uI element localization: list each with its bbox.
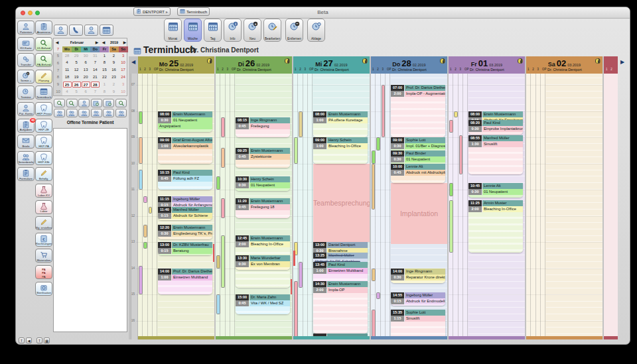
appointment[interactable]: 08:00Erwin Mustermann1:00PA offene Kuret… (313, 111, 368, 138)
minical-day[interactable]: 19 (72, 74, 81, 81)
blocked-time[interactable]: Teambesprechung (313, 164, 370, 243)
minical-day[interactable]: 24 (119, 74, 127, 81)
minical-day[interactable]: 5 (72, 60, 81, 66)
minical-day[interactable]: 1 (100, 53, 109, 60)
minical-day[interactable]: 6 (82, 60, 90, 66)
blocked-time[interactable]: Implantation (391, 183, 447, 244)
sidebar-item-transfer[interactable]: Transfer (17, 53, 35, 67)
toolbar-button-neu[interactable]: +Neu (244, 19, 261, 42)
minical-day[interactable]: 3 (119, 82, 127, 88)
appointment[interactable]: 10:15Paul Kind0:45Füllung adh FZ (158, 170, 212, 190)
minical-day[interactable]: 14 (91, 67, 100, 74)
operator-time-bar[interactable] (459, 135, 463, 174)
sidebar-item-pa[interactable]: PAPAPA (35, 265, 52, 279)
breadcrumb-app-tab[interactable]: DENTPORT▸ (133, 7, 171, 16)
minical-day[interactable]: 8 (100, 89, 109, 95)
sidebar-item-pat-konto[interactable]: Pat.-Konto (17, 102, 35, 116)
appointment[interactable]: 14:00Inge Ringmann0:30Reparatur Krone di… (391, 269, 445, 283)
people-button[interactable] (91, 109, 102, 117)
next-year-button[interactable]: ▶ (122, 39, 127, 46)
appointment[interactable]: 08:00Erwin Mustermann0:3001 NeupatientAn… (158, 111, 212, 132)
people-button[interactable] (115, 109, 127, 117)
minical-day[interactable]: 28 (63, 53, 72, 60)
minical-day[interactable]: 10 (119, 60, 127, 66)
person-toolbar-button[interactable] (54, 25, 68, 36)
minical-day[interactable]: 22 (100, 74, 109, 81)
appointment[interactable]: 10:30Henry Schein0:3001 Neupatient (236, 176, 290, 191)
phone-toolbar-button[interactable] (69, 25, 83, 36)
minical-day[interactable]: 29 (72, 53, 81, 60)
minical-day[interactable]: 5 (72, 89, 81, 95)
minical-day[interactable]: 18 (63, 74, 72, 81)
sidebar-item-hkp-ze[interactable]: HKP-ZE (35, 119, 52, 133)
operator-time-bar[interactable] (139, 266, 143, 294)
minical-day[interactable]: 4 (63, 89, 72, 95)
sidebar-item-hkp-privat[interactable]: HKP-Privat (35, 102, 52, 116)
operator-time-bar[interactable] (294, 281, 298, 336)
sidebar-footer-button-2[interactable]: T (36, 337, 42, 343)
minical-day[interactable]: 10 (119, 89, 127, 95)
sidebar-item-planung[interactable]: Planung (35, 70, 52, 84)
operator-time-bar[interactable] (143, 225, 147, 238)
day-column-header-fr[interactable]: Fr0103.2019123OPDr. Christina Dentport (449, 56, 525, 74)
minical-day[interactable]: 9 (109, 89, 118, 95)
operator-time-bar[interactable] (216, 176, 220, 190)
minical-day[interactable]: 6 (82, 89, 90, 95)
minical-day[interactable]: 4 (63, 60, 72, 66)
minical-day[interactable]: 2 (109, 53, 118, 60)
sidebar-item-rechnungen[interactable]: €Rechnungen (35, 233, 52, 247)
next-month-button[interactable]: ▶ (94, 39, 100, 46)
sidebar-item-hkp-kbr[interactable]: HKP-KBr (35, 151, 52, 165)
minical-day[interactable]: 25 (63, 82, 72, 88)
operator-time-bar[interactable] (299, 111, 303, 138)
minical-day[interactable]: 12 (72, 67, 81, 74)
toolbar-button-info[interactable]: iInfo (224, 19, 242, 42)
sidebar-footer-button-0[interactable]: T (19, 337, 25, 343)
sidebar-item-serienbriefe[interactable]: Serienbriefe (17, 151, 35, 165)
operator-time-bar[interactable] (221, 148, 225, 168)
operator-time-bar[interactable] (221, 117, 225, 137)
sidebar-item-behdlg-[interactable]: Behdlg. (35, 167, 52, 181)
minical-day[interactable]: 1 (100, 82, 109, 88)
people-button[interactable] (103, 109, 114, 117)
day-column-header-mo[interactable]: Mo2502.2019123OPDr. Christina Dentport (138, 56, 214, 74)
appointment[interactable]: 10:45Lennie Alt0:3001 Neupatient (468, 183, 523, 198)
person-search-button[interactable] (78, 99, 90, 107)
day-column-header-di[interactable]: Di2602.2019123OPDr. Christina Dentport (216, 56, 292, 74)
appointment[interactable]: 13:00Dr. KZBV Musterfrau0:15Beratung (158, 242, 212, 255)
appointment[interactable]: 14:30Erwin Mustermann2:00Impla-OP (313, 281, 368, 334)
toolbar-button-ablage[interactable]: Ablage (307, 19, 325, 42)
operator-time-bar[interactable] (294, 137, 298, 164)
minical-day[interactable]: 7 (91, 60, 100, 66)
sidebar-footer-button-1[interactable]: ◀ (26, 337, 32, 343)
appointment[interactable]: 13:30Marie Wunderbar0:30Ex von Membran (236, 255, 290, 270)
appointment[interactable]: 07:00Prof. Dr. Darius Diether Gern2:00Im… (391, 85, 445, 137)
open-appointments-list[interactable] (53, 128, 127, 332)
appointment[interactable]: 09:00Graf Ernst-August Alfons Ma1:00Alve… (158, 137, 212, 164)
people-button[interactable] (78, 109, 90, 117)
operator-time-bar[interactable] (216, 255, 220, 269)
search-button[interactable] (66, 99, 78, 107)
calendar-toolbar-button[interactable] (100, 25, 113, 36)
calendar-search-button[interactable] (103, 99, 114, 107)
appointment[interactable]: 11:40Manfred Müller0:15Abdruck für Schie… (158, 207, 212, 220)
calendar-nav-next[interactable]: ▶ (620, 59, 626, 66)
minical-day[interactable]: 9 (109, 60, 118, 66)
appointment[interactable]: 10:00Lennie Alt0:45Abdruck mit Abdruckpf… (391, 164, 445, 184)
sidebar-item-sterilisation[interactable]: Sterilisation (35, 282, 52, 296)
operator-time-bar[interactable] (454, 111, 458, 118)
toolbar-button-entfernen[interactable]: −Entfernen (285, 19, 303, 42)
sidebar-item-kv-karte[interactable]: KV-Karte (17, 37, 35, 51)
search-button[interactable] (54, 99, 65, 107)
operator-time-bar[interactable] (372, 269, 376, 282)
sidebar-footer-button-3[interactable]: ▦ (44, 337, 50, 343)
person-clock-toolbar-button[interactable] (84, 25, 98, 36)
appointment[interactable]: 08:20Paul Kind0:30Einprobe Implantatkron… (468, 120, 523, 135)
sidebar-item-rg-erstellen[interactable]: Rg. erstellen (35, 216, 52, 230)
minical-day[interactable]: 8 (100, 60, 109, 66)
sidebar-item-01-befund[interactable]: 01-Befund (35, 37, 52, 51)
operator-time-bar[interactable] (299, 262, 303, 288)
operator-time-bar[interactable] (372, 151, 376, 164)
appointment[interactable]: 08:15Inge Ringmann0:45Freilegung (236, 117, 290, 137)
operator-time-bar[interactable] (143, 196, 147, 203)
